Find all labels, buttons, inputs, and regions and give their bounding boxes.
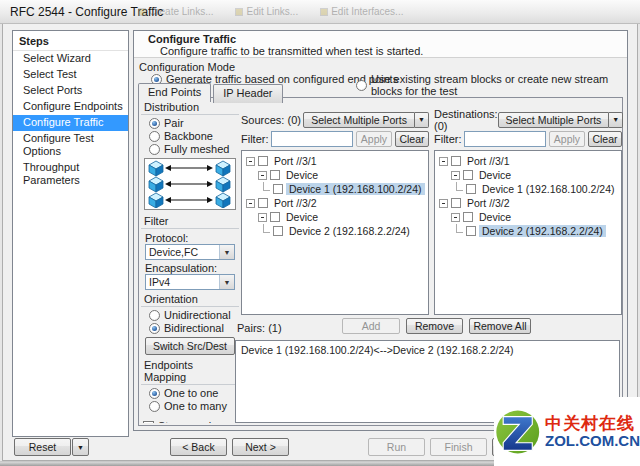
node-checkbox[interactable] bbox=[258, 156, 268, 166]
pair-diagram-svg bbox=[148, 160, 232, 208]
collapse-icon[interactable] bbox=[451, 171, 460, 180]
select-multiple-ports-button[interactable]: Select Multiple Ports bbox=[498, 112, 610, 128]
background-app-toolbar: Create Links... Edit Links... Edit Inter… bbox=[138, 6, 403, 17]
radio-icon bbox=[149, 310, 160, 321]
tree-node-device[interactable]: Device 2 (192.168.2.2/24) bbox=[435, 224, 621, 238]
node-checkbox[interactable] bbox=[258, 198, 268, 208]
tree-node-label[interactable]: Device bbox=[283, 169, 321, 181]
chevron-down-icon[interactable]: ▼ bbox=[219, 275, 234, 289]
step-configure-traffic[interactable]: Configure Traffic bbox=[13, 115, 128, 131]
tab-ip-header[interactable]: IP Header bbox=[213, 84, 282, 103]
tree-node-label[interactable]: Port //3/1 bbox=[271, 155, 320, 167]
title-bar[interactable]: RFC 2544 - Configure Traffic Create Link… bbox=[0, 0, 640, 24]
tree-node-label[interactable]: Port //3/2 bbox=[464, 197, 513, 209]
encapsulation-select[interactable]: IPv4 ▼ bbox=[145, 274, 235, 290]
tree-node-label[interactable]: Device 2 (192.168.2.2/24) bbox=[286, 225, 413, 237]
tree-node-port[interactable]: Port //3/1 bbox=[242, 154, 428, 168]
tree-node-port[interactable]: Port //3/2 bbox=[242, 196, 428, 210]
tree-node-device-group[interactable]: Device bbox=[242, 210, 428, 224]
radio-bidirectional[interactable]: Bidirectional bbox=[141, 322, 239, 335]
collapse-icon[interactable] bbox=[258, 171, 267, 180]
step-throughput-parameters[interactable]: Throughput Parameters bbox=[13, 160, 128, 189]
orientation-header: Orientation bbox=[141, 291, 239, 307]
select-multiple-ports-button[interactable]: Select Multiple Ports bbox=[303, 112, 415, 128]
collapse-icon[interactable] bbox=[439, 157, 448, 166]
collapse-icon[interactable] bbox=[246, 157, 255, 166]
remove-all-button[interactable]: Remove All bbox=[469, 318, 531, 334]
tree-node-label[interactable]: Device bbox=[476, 169, 514, 181]
sources-filter-input[interactable] bbox=[271, 131, 353, 147]
watermark-chinese-text: 中关村在线 bbox=[545, 414, 640, 433]
tree-node-port[interactable]: Port //3/2 bbox=[435, 196, 621, 210]
node-checkbox[interactable] bbox=[273, 226, 283, 236]
collapse-icon[interactable] bbox=[451, 213, 460, 222]
radio-one-to-one[interactable]: One to one bbox=[141, 387, 239, 400]
encapsulation-value: IPv4 bbox=[146, 275, 219, 289]
radio-use-existing-streams[interactable]: Use existing stream blocks or create new… bbox=[356, 73, 627, 97]
remove-button[interactable]: Remove bbox=[406, 318, 463, 334]
step-select-wizard[interactable]: Select Wizard bbox=[13, 51, 128, 67]
chevron-down-icon[interactable]: ▼ bbox=[219, 245, 234, 259]
destinations-filter-input[interactable] bbox=[464, 131, 546, 147]
chevron-down-icon[interactable]: ▼ bbox=[609, 112, 623, 128]
node-checkbox[interactable] bbox=[463, 212, 473, 222]
tree-node-device-group[interactable]: Device bbox=[435, 210, 621, 224]
radio-one-to-many[interactable]: One to many bbox=[141, 400, 239, 413]
step-configure-endpoints[interactable]: Configure Endpoints bbox=[13, 99, 128, 115]
steps-header: Steps bbox=[13, 31, 128, 51]
encapsulation-label: Encapsulation: bbox=[141, 261, 239, 273]
reset-button[interactable]: Reset bbox=[14, 438, 71, 456]
tree-node-device-group[interactable]: Device bbox=[435, 168, 621, 182]
destinations-tree[interactable]: Port //3/1 Device Device 1 (192.168.100.… bbox=[434, 150, 622, 315]
node-checkbox[interactable] bbox=[270, 212, 280, 222]
collapse-icon[interactable] bbox=[246, 199, 255, 208]
node-checkbox[interactable] bbox=[270, 170, 280, 180]
reset-dropdown-icon[interactable]: ▼ bbox=[72, 438, 89, 456]
step-select-ports[interactable]: Select Ports bbox=[13, 83, 128, 99]
destinations-select-multiple-ports[interactable]: Select Multiple Ports ▼ bbox=[498, 112, 624, 128]
back-button[interactable]: < Back bbox=[170, 438, 227, 456]
step-select-test[interactable]: Select Test bbox=[13, 67, 128, 83]
node-checkbox[interactable] bbox=[463, 170, 473, 180]
steps-sidebar: Steps Select Wizard Select Test Select P… bbox=[12, 30, 129, 437]
tree-branch-line bbox=[263, 224, 270, 233]
tree-node-device[interactable]: Device 2 (192.168.2.2/24) bbox=[242, 224, 428, 238]
tree-node-label[interactable]: Device bbox=[476, 211, 514, 223]
radio-unidirectional[interactable]: Unidirectional bbox=[141, 309, 239, 322]
tree-node-label[interactable]: Device 2 (192.168.2.2/24) bbox=[479, 225, 606, 237]
node-checkbox[interactable] bbox=[451, 198, 461, 208]
tree-node-label[interactable]: Device 1 (192.168.100.2/24) bbox=[286, 183, 425, 195]
collapse-icon[interactable] bbox=[439, 199, 448, 208]
radio-pair[interactable]: Pair bbox=[141, 117, 239, 130]
radio-fully-meshed[interactable]: Fully meshed bbox=[141, 143, 239, 156]
tree-node-device[interactable]: Device 1 (192.168.100.2/24) bbox=[242, 182, 428, 196]
tree-node-device-group[interactable]: Device bbox=[242, 168, 428, 182]
collapse-icon[interactable] bbox=[258, 213, 267, 222]
tree-node-label[interactable]: Device 1 (192.168.100.2/24) bbox=[479, 183, 618, 195]
finish-button: Finish bbox=[430, 438, 487, 456]
tab-end-points[interactable]: End Points bbox=[138, 83, 211, 102]
switch-src-dest-button[interactable]: Switch Src/Dest bbox=[145, 337, 235, 355]
sources-tree[interactable]: Port //3/1 Device Device 1 (192.168.100.… bbox=[241, 150, 429, 315]
tree-node-device[interactable]: Device 1 (192.168.100.2/24) bbox=[435, 182, 621, 196]
destinations-clear-button[interactable]: Clear bbox=[588, 131, 622, 147]
tree-node-label[interactable]: Device bbox=[283, 211, 321, 223]
sources-select-multiple-ports[interactable]: Select Multiple Ports ▼ bbox=[303, 112, 429, 128]
node-checkbox[interactable] bbox=[466, 184, 476, 194]
node-checkbox[interactable] bbox=[273, 184, 283, 194]
tree-node-label[interactable]: Port //3/2 bbox=[271, 197, 320, 209]
stream-only-generation-checkbox[interactable]: Stream only generation bbox=[141, 419, 239, 423]
next-button[interactable]: Next > bbox=[232, 438, 289, 456]
tree-node-port[interactable]: Port //3/1 bbox=[435, 154, 621, 168]
node-checkbox[interactable] bbox=[466, 226, 476, 236]
step-configure-test-options[interactable]: Configure Test Options bbox=[13, 131, 128, 160]
sources-clear-button[interactable]: Clear bbox=[395, 131, 429, 147]
radio-backbone[interactable]: Backbone bbox=[141, 130, 239, 143]
run-button: Run bbox=[368, 438, 425, 456]
tree-node-label[interactable]: Port //3/1 bbox=[464, 155, 513, 167]
radio-label: Backbone bbox=[164, 130, 213, 142]
protocol-select[interactable]: Device,FC ▼ bbox=[145, 244, 235, 260]
pair-list-item[interactable]: Device 1 (192.168.100.2/24)<-->Device 2 … bbox=[241, 344, 614, 356]
node-checkbox[interactable] bbox=[451, 156, 461, 166]
chevron-down-icon[interactable]: ▼ bbox=[415, 112, 429, 128]
